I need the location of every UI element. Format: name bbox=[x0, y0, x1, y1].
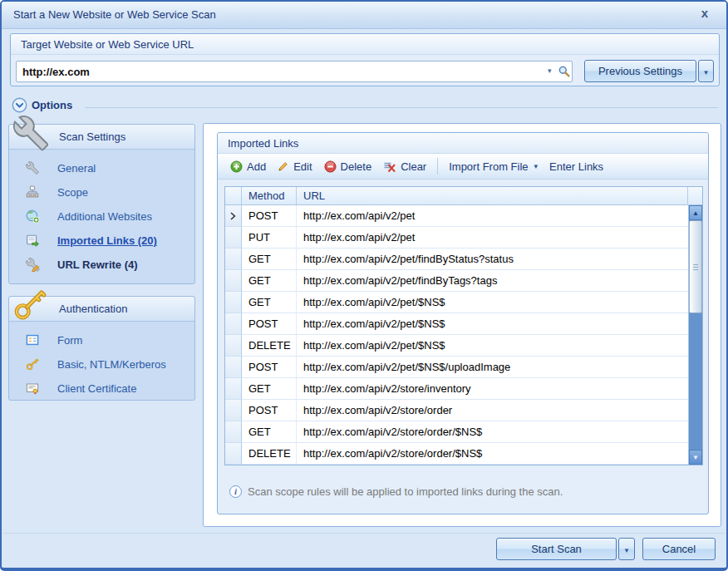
sidebar-item-label: Basic, NTLM/Kerberos bbox=[57, 358, 166, 371]
sidebar-item-label: Form bbox=[57, 334, 82, 347]
edit-button[interactable]: Edit bbox=[272, 156, 317, 176]
table-row[interactable]: PUT http://ex.com/api/v2/pet bbox=[225, 227, 688, 249]
scan-settings-header: Scan Settings bbox=[59, 130, 125, 143]
options-expander: Options bbox=[2, 95, 726, 116]
clear-button-label: Clear bbox=[401, 160, 426, 173]
imported-links-table: Method URL POST http://ex.com/api/v2/pet bbox=[224, 186, 703, 465]
scan-scope-info: i Scan scope rules will be applied to im… bbox=[229, 485, 563, 498]
info-icon: i bbox=[229, 485, 242, 498]
sidebar-item-scope[interactable]: Scope bbox=[9, 180, 194, 204]
form-icon bbox=[26, 333, 39, 347]
delete-button-label: Delete bbox=[341, 160, 372, 173]
start-scan-button[interactable]: Start Scan bbox=[496, 538, 617, 560]
globe-add-icon bbox=[26, 209, 40, 224]
wrench-icon bbox=[12, 115, 49, 151]
options-label[interactable]: Options bbox=[32, 99, 72, 111]
table-row[interactable]: POST http://ex.com/api/v2/store/order bbox=[225, 400, 688, 421]
current-row-indicator bbox=[225, 205, 242, 227]
table-row[interactable]: GET http://ex.com/api/v2/store/inventory bbox=[225, 378, 688, 400]
imported-links-toolbar: Add Edit bbox=[218, 154, 708, 180]
sidebar-item-label: Client Certificate bbox=[57, 382, 136, 395]
sidebar-item-label: General bbox=[57, 162, 96, 175]
target-url-input[interactable] bbox=[16, 61, 573, 82]
scrollbar-track[interactable] bbox=[689, 313, 702, 450]
table-row[interactable]: POST http://ex.com/api/v2/pet bbox=[225, 205, 688, 227]
key-small-icon bbox=[26, 357, 39, 371]
row-selector-header bbox=[225, 187, 242, 205]
info-text: Scan scope rules will be applied to impo… bbox=[248, 485, 563, 498]
imported-links-groupbox: Imported Links Add bbox=[217, 132, 709, 514]
options-content-panel: Imported Links Add bbox=[203, 123, 721, 527]
edit-button-label: Edit bbox=[293, 160, 312, 173]
scan-settings-group: Scan Settings General bbox=[8, 124, 195, 284]
scan-dialog: Start a New Website or Web Service Scan … bbox=[0, 0, 728, 571]
chevron-down-icon: ▾ bbox=[534, 162, 539, 170]
clear-button[interactable]: Clear bbox=[377, 156, 432, 176]
imported-links-group-header: Imported Links bbox=[218, 133, 708, 154]
options-collapse-icon[interactable] bbox=[12, 97, 27, 113]
table-body: POST http://ex.com/api/v2/pet PUT http:/… bbox=[225, 205, 688, 465]
cancel-button[interactable]: Cancel bbox=[642, 538, 716, 560]
enter-links-label: Enter Links bbox=[549, 160, 603, 173]
import-from-file-button[interactable]: Import From File ▾ bbox=[443, 156, 544, 176]
target-url-group-header: Target Website or Web Service URL bbox=[11, 34, 719, 55]
pencil-icon bbox=[278, 160, 289, 172]
sidebar-item-additional-websites[interactable]: Additional Websites bbox=[9, 204, 194, 229]
delete-icon bbox=[324, 160, 337, 173]
add-icon bbox=[230, 160, 243, 173]
sidebar-item-general[interactable]: General bbox=[9, 156, 194, 180]
previous-settings-dropdown-button[interactable]: ▾ bbox=[698, 60, 714, 82]
dialog-title: Start a New Website or Web Service Scan bbox=[13, 8, 216, 21]
authentication-header: Authentication bbox=[59, 303, 127, 315]
sidebar-item-label: Additional Websites bbox=[57, 210, 152, 223]
certificate-icon bbox=[26, 381, 39, 395]
import-from-file-label: Import From File bbox=[449, 160, 528, 173]
title-bar: Start a New Website or Web Service Scan … bbox=[2, 2, 726, 29]
scrollbar-thumb[interactable] bbox=[689, 220, 702, 313]
sidebar-item-url-rewrite[interactable]: URL Rewrite (4) bbox=[9, 253, 194, 277]
sidebar-item-client-certificate[interactable]: Client Certificate bbox=[9, 377, 194, 401]
search-icon[interactable] bbox=[558, 65, 571, 78]
clear-icon bbox=[383, 160, 396, 173]
chevron-down-icon: ▾ bbox=[704, 68, 708, 76]
sitemap-icon bbox=[26, 185, 39, 199]
delete-button[interactable]: Delete bbox=[318, 156, 378, 176]
url-dropdown-icon[interactable]: ▾ bbox=[548, 66, 552, 75]
add-button[interactable]: Add bbox=[224, 156, 272, 176]
vertical-scrollbar[interactable]: ▲ ▼ bbox=[688, 205, 702, 465]
table-row[interactable]: GET http://ex.com/api/v2/pet/findByTags?… bbox=[225, 270, 688, 292]
wrench-small-icon bbox=[26, 161, 39, 175]
table-row[interactable]: GET http://ex.com/api/v2/pet/findByStatu… bbox=[225, 249, 688, 270]
table-row[interactable]: POST http://ex.com/api/v2/pet/$NS$/uploa… bbox=[225, 357, 688, 378]
sidebar-item-label: Scope bbox=[57, 186, 88, 199]
table-row[interactable]: DELETE http://ex.com/api/v2/store/order/… bbox=[225, 443, 688, 465]
toolbar-separator bbox=[437, 158, 438, 175]
table-row[interactable]: POST http://ex.com/api/v2/pet/$NS$ bbox=[225, 313, 688, 335]
column-header-method[interactable]: Method bbox=[242, 187, 297, 205]
footer-divider bbox=[3, 533, 725, 534]
scroll-up-icon[interactable]: ▲ bbox=[689, 205, 702, 220]
key-icon bbox=[12, 287, 47, 322]
scroll-down-icon[interactable]: ▼ bbox=[689, 450, 702, 465]
table-row[interactable]: GET http://ex.com/api/v2/store/order/$NS… bbox=[225, 421, 688, 443]
add-button-label: Add bbox=[247, 160, 266, 173]
table-row[interactable]: DELETE http://ex.com/api/v2/pet/$NS$ bbox=[225, 335, 688, 357]
sidebar-item-form[interactable]: Form bbox=[9, 328, 194, 352]
table-row[interactable]: GET http://ex.com/api/v2/pet/$NS$ bbox=[225, 292, 688, 313]
sidebar-item-basic-ntlm-kerberos[interactable]: Basic, NTLM/Kerberos bbox=[9, 352, 194, 377]
imported-links-icon bbox=[26, 234, 40, 248]
sidebar-item-label: Imported Links (20) bbox=[57, 234, 157, 247]
target-url-groupbox: Target Website or Web Service URL ▾ Prev… bbox=[10, 33, 720, 86]
close-icon[interactable]: x bbox=[696, 6, 713, 22]
previous-settings-button[interactable]: Previous Settings bbox=[584, 60, 696, 82]
current-row-arrow-icon bbox=[230, 212, 236, 220]
header-corner-cell bbox=[688, 187, 702, 205]
options-divider bbox=[85, 107, 718, 108]
authentication-group: Authentication Form bbox=[8, 296, 195, 401]
table-header-row: Method URL bbox=[225, 187, 702, 205]
column-header-url[interactable]: URL bbox=[297, 187, 688, 205]
sidebar-item-imported-links[interactable]: Imported Links (20) bbox=[9, 229, 194, 253]
start-scan-dropdown-button[interactable]: ▾ bbox=[618, 538, 635, 560]
sidebar-item-label: URL Rewrite (4) bbox=[57, 258, 138, 271]
enter-links-button[interactable]: Enter Links bbox=[544, 156, 609, 176]
